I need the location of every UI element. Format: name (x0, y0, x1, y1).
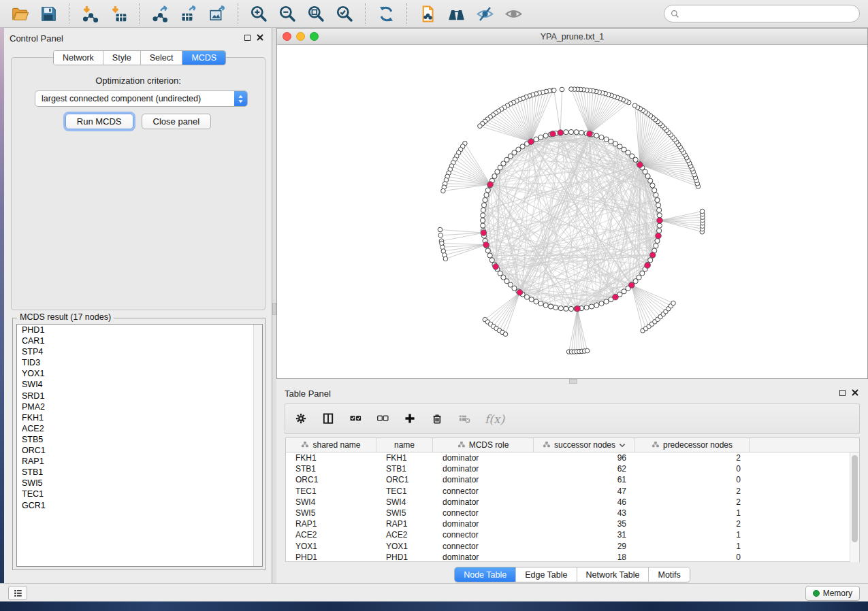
tab-node-table[interactable]: Node Table (455, 567, 516, 582)
table-row[interactable]: SWI5SWI5connector431 (286, 508, 850, 518)
tab-network[interactable]: Network (54, 51, 103, 65)
clear-table-button[interactable] (457, 412, 471, 426)
export-image-button[interactable] (205, 1, 229, 26)
mcds-result-item[interactable]: TID3 (17, 357, 262, 368)
column-header-successor-nodes[interactable]: successor nodes (534, 438, 635, 452)
memory-button[interactable]: Memory (805, 586, 860, 601)
table-row[interactable]: SWI4SWI4dominator462 (286, 497, 850, 508)
close-panel-button[interactable]: Close panel (142, 114, 212, 129)
import-network-button[interactable] (78, 1, 102, 26)
status-bar: Memory (0, 583, 868, 601)
run-mcds-button[interactable]: Run MCDS (65, 114, 133, 129)
mcds-result-item[interactable]: STB5 (17, 434, 262, 445)
network-search-button[interactable] (444, 1, 468, 26)
shared-column-icon (457, 441, 466, 449)
table-row[interactable]: ORC1ORC1dominator610 (286, 474, 850, 485)
toolbar-separator (365, 3, 366, 24)
zoom-selected-button[interactable] (332, 1, 357, 26)
column-header-name[interactable]: name (376, 438, 433, 452)
mcds-result-item[interactable]: ORC1 (17, 445, 262, 456)
mcds-result-item[interactable]: PHD1 (17, 325, 262, 335)
criterion-dropdown[interactable]: largest connected component (undirected) (35, 90, 248, 107)
close-panel-icon[interactable] (257, 34, 263, 41)
tab-select[interactable]: Select (141, 51, 183, 65)
mcds-result-item[interactable]: SWI4 (17, 379, 262, 390)
maximize-window-icon[interactable] (310, 32, 319, 41)
zoom-out-icon (278, 5, 297, 23)
table-row[interactable]: PHD1PHD1dominator180 (286, 552, 850, 561)
table-cell: dominator (433, 552, 534, 561)
table-cell: ORC1 (376, 475, 433, 484)
minimize-window-icon[interactable] (296, 32, 305, 41)
table-row[interactable]: STB1STB1dominator620 (286, 463, 850, 474)
main-toolbar-groups (5, 1, 528, 26)
table-cell: 1 (635, 530, 750, 540)
tab-motifs[interactable]: Motifs (649, 567, 689, 582)
mcds-result-item[interactable]: CAR1 (17, 335, 262, 346)
zoom-out-button[interactable] (275, 1, 300, 26)
save-icon (39, 5, 58, 23)
table-scrollbar-thumb[interactable] (852, 455, 858, 542)
node-table: shared namenameMCDS rolesuccessor nodesp… (285, 437, 860, 562)
refresh-layout-button[interactable] (374, 1, 398, 26)
tab-network-table[interactable]: Network Table (577, 567, 649, 582)
share-document-button[interactable] (415, 1, 440, 26)
table-scrollbar[interactable] (850, 452, 859, 562)
table-cell: 31 (534, 530, 635, 540)
table-row[interactable]: TEC1TEC1connector472 (286, 486, 850, 497)
column-header-shared-name[interactable]: shared name (286, 438, 376, 452)
close-window-icon[interactable] (283, 32, 291, 41)
tab-mcds[interactable]: MCDS (182, 51, 225, 65)
table-panel: Table Panel f(x) shared namenameMCDS rol… (276, 383, 868, 583)
horizontal-splitter-grip[interactable] (569, 379, 577, 384)
mcds-result-list[interactable]: PHD1CAR1STP4TID3YOX1SWI4SRD1PMA2FKH1ACE2… (16, 324, 263, 567)
deselect-all-button[interactable] (376, 412, 389, 426)
mcds-result-item[interactable]: SRD1 (17, 391, 262, 401)
mcds-result-item[interactable]: STB1 (17, 467, 262, 478)
mcds-result-item[interactable]: RAP1 (17, 456, 262, 467)
gear-button[interactable] (294, 412, 308, 426)
export-network-button[interactable] (148, 1, 172, 26)
column-header-mcds-role[interactable]: MCDS role (433, 438, 534, 452)
tab-style[interactable]: Style (103, 51, 141, 65)
add-row-button[interactable] (403, 412, 417, 426)
mcds-result-item[interactable]: TEC1 (17, 489, 262, 499)
column-label: successor nodes (554, 440, 615, 450)
tab-edge-table[interactable]: Edge Table (516, 567, 577, 582)
float-table-panel-icon[interactable] (839, 390, 846, 396)
network-canvas[interactable] (277, 45, 867, 378)
mcds-result-item[interactable]: YOX1 (17, 368, 262, 379)
zoom-fit-button[interactable] (304, 1, 328, 26)
zoom-in-button[interactable] (246, 1, 271, 26)
show-selected-button[interactable] (501, 1, 526, 26)
mcds-result-item[interactable]: STP4 (17, 346, 262, 357)
search-box[interactable] (664, 5, 860, 22)
import-table-button[interactable] (106, 1, 131, 26)
mcds-result-item[interactable]: SWI5 (17, 478, 262, 489)
open-folder-button[interactable] (7, 1, 32, 26)
close-table-panel-icon[interactable] (852, 389, 858, 396)
mcds-result-item[interactable]: ACE2 (17, 423, 262, 434)
table-row[interactable]: ACE2ACE2connector311 (286, 529, 850, 540)
table-row[interactable]: RAP1RAP1dominator352 (286, 518, 850, 529)
hide-selected-button[interactable] (472, 1, 497, 26)
float-panel-icon[interactable] (244, 35, 251, 41)
network-titlebar[interactable]: YPA_prune.txt_1 (277, 29, 867, 45)
column-header-predecessor-nodes[interactable]: predecessor nodes (635, 438, 750, 452)
delete-row-button[interactable] (430, 412, 444, 426)
search-input[interactable] (680, 9, 854, 18)
select-all-button[interactable] (349, 412, 362, 426)
task-history-button[interactable] (8, 586, 27, 600)
mcds-result-item[interactable]: FKH1 (17, 412, 262, 423)
search-icon (670, 9, 680, 19)
function-builder-label[interactable]: f(x) (485, 412, 504, 426)
share-document-icon (419, 5, 437, 23)
column-view-button[interactable] (321, 412, 335, 426)
mcds-list-scrollbar[interactable] (253, 325, 262, 566)
save-button[interactable] (36, 1, 61, 26)
mcds-result-item[interactable]: GCR1 (17, 500, 262, 511)
export-table-button[interactable] (176, 1, 201, 26)
table-row[interactable]: YOX1YOX1connector291 (286, 541, 850, 552)
table-row[interactable]: FKH1FKH1dominator962 (286, 452, 850, 463)
mcds-result-item[interactable]: PMA2 (17, 401, 262, 412)
